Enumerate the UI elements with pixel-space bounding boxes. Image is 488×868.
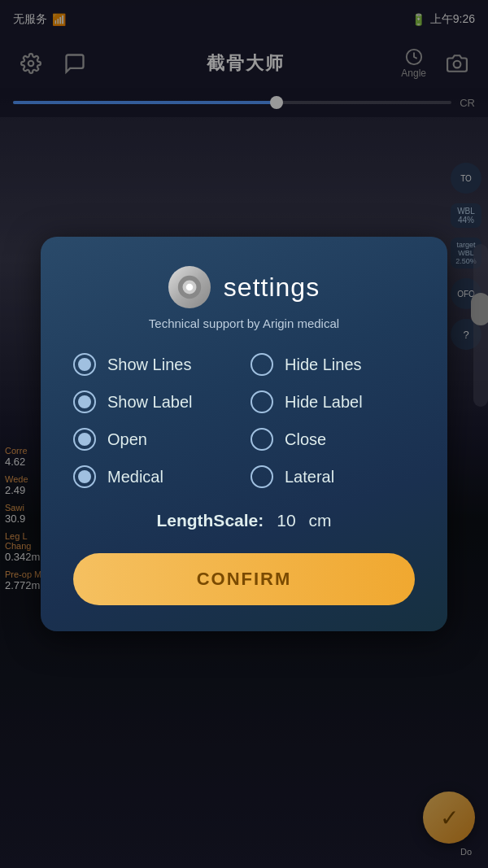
modal-title: settings [224, 273, 320, 303]
open-label: Open [107, 430, 147, 449]
close-label: Close [285, 430, 326, 449]
option-close[interactable]: Close [251, 428, 415, 451]
option-show-lines[interactable]: Show Lines [73, 353, 237, 376]
show-label-label: Show Label [107, 393, 193, 412]
radio-inner-show-lines [78, 358, 91, 371]
radio-medical[interactable] [73, 465, 96, 488]
settings-modal: settings Technical support by Arigin med… [41, 237, 447, 631]
modal-subtitle: Technical support by Arigin medical [73, 316, 415, 330]
modal-overlay: settings Technical support by Arigin med… [0, 0, 488, 868]
confirm-button[interactable]: CONFIRM [73, 553, 415, 605]
options-grid: Show Lines Hide Lines Show Label Hide La… [73, 353, 415, 488]
length-scale-label: LengthScale: [156, 511, 264, 530]
radio-hide-lines[interactable] [251, 353, 273, 376]
radio-show-lines[interactable] [73, 353, 96, 376]
modal-logo [168, 266, 211, 308]
radio-inner-medical [78, 470, 91, 483]
radio-inner-open [78, 433, 91, 446]
length-scale-unit: cm [309, 511, 332, 530]
option-hide-label[interactable]: Hide Label [251, 390, 415, 413]
medical-label: Medical [107, 468, 163, 486]
length-scale-value[interactable]: 10 [277, 511, 295, 530]
hide-lines-label: Hide Lines [285, 355, 362, 374]
show-lines-label: Show Lines [107, 355, 191, 374]
radio-inner-show-label [78, 395, 91, 408]
option-show-label[interactable]: Show Label [73, 390, 237, 413]
radio-close[interactable] [251, 428, 273, 451]
option-open[interactable]: Open [73, 428, 237, 451]
radio-lateral[interactable] [251, 465, 273, 488]
lateral-label: Lateral [285, 468, 334, 486]
radio-open[interactable] [73, 428, 96, 451]
option-lateral[interactable]: Lateral [251, 465, 415, 488]
radio-hide-label[interactable] [251, 390, 273, 413]
option-medical[interactable]: Medical [73, 465, 237, 488]
option-hide-lines[interactable]: Hide Lines [251, 353, 415, 376]
modal-logo-row: settings [73, 266, 415, 308]
radio-show-label[interactable] [73, 390, 96, 413]
svg-point-5 [186, 284, 194, 291]
hide-label-label: Hide Label [285, 393, 363, 412]
length-scale-row: LengthScale: 10 cm [73, 511, 415, 530]
